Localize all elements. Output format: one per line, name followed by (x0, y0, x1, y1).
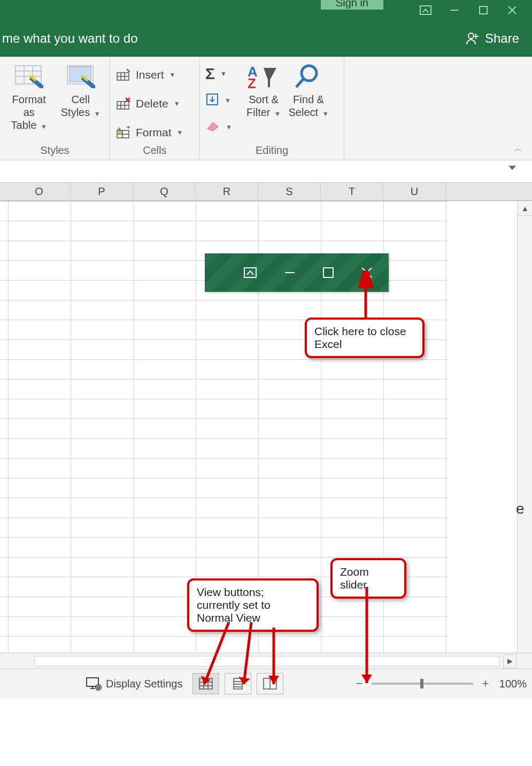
autosum-button[interactable]: Σ▼ (205, 63, 241, 84)
insert-button[interactable]: Insert ▼ (115, 63, 183, 87)
svg-line-33 (296, 79, 304, 87)
sort-filter-icon: A Z (246, 62, 281, 91)
svg-text:Z: Z (248, 75, 256, 89)
find-select-icon (291, 62, 326, 91)
scroll-up-icon[interactable]: ▲ (518, 201, 532, 216)
zoom-slider[interactable] (372, 683, 473, 685)
col-header[interactable]: T (321, 183, 383, 200)
delete-button[interactable]: Delete ▼ (115, 92, 183, 115)
status-bar: Display Settings − + 100% (0, 669, 532, 698)
tellme-placeholder[interactable]: me what you want to do (0, 31, 137, 46)
format-as-table-button[interactable]: Format as Table ▼ (5, 60, 53, 131)
autosum-icon: Σ (205, 65, 215, 83)
delete-cells-icon (115, 96, 132, 111)
col-header[interactable]: O (8, 183, 71, 200)
eraser-icon (205, 120, 220, 135)
svg-rect-44 (234, 678, 242, 689)
vertical-scrollbar[interactable]: ▲ (517, 201, 532, 653)
display-settings-icon (86, 677, 102, 691)
svg-point-5 (468, 33, 474, 38)
fill-down-icon (205, 92, 219, 109)
sort-filter-button[interactable]: A Z Sort & Filter ▼ (243, 60, 284, 119)
horizontal-scrollbar[interactable] (34, 656, 500, 667)
horizontal-scrollbar-row: ▶ (0, 653, 532, 669)
share-label: Share (485, 31, 519, 46)
col-header[interactable]: P (71, 183, 133, 200)
display-settings-button[interactable]: Display Settings (86, 677, 182, 691)
find-select-button[interactable]: Find & Select ▼ (287, 60, 330, 119)
format-button[interactable]: Format ▼ (115, 121, 183, 144)
collapse-ribbon-icon[interactable]: ︿ (514, 143, 522, 154)
zoom-out-button[interactable]: − (354, 677, 364, 691)
share-button[interactable]: Share (466, 31, 519, 46)
svg-point-37 (96, 685, 101, 690)
cell-styles-button[interactable]: Cell Styles ▼ (57, 60, 105, 119)
normal-view-button[interactable] (192, 673, 219, 694)
col-header[interactable]: R (196, 183, 258, 200)
ribbon: Format as Table ▼ Cell Styles ▼ Styles (0, 57, 532, 160)
zoom-percent[interactable]: 100% (495, 678, 527, 690)
group-label-cells: Cells (110, 144, 199, 160)
col-header[interactable]: S (258, 183, 321, 200)
signin-button[interactable]: Sign in (321, 0, 383, 10)
worksheet-grid[interactable]: ▲ (0, 201, 532, 653)
svg-point-32 (302, 66, 317, 81)
svg-rect-0 (420, 6, 431, 14)
col-header[interactable]: U (383, 183, 446, 200)
clear-button[interactable]: ▼ (205, 117, 241, 138)
share-icon (466, 32, 480, 45)
page-layout-view-button[interactable] (225, 673, 251, 694)
group-label-styles: Styles (0, 144, 110, 160)
maximize-icon[interactable] (469, 0, 498, 20)
normal-view-icon (198, 677, 213, 690)
group-label-editing: Editing (200, 144, 344, 160)
page-break-view-button[interactable] (257, 673, 283, 694)
insert-cells-icon (115, 67, 132, 82)
format-cells-icon (115, 125, 132, 140)
scroll-right-icon[interactable]: ▶ (503, 654, 517, 668)
svg-rect-39 (199, 678, 212, 689)
formula-bar[interactable] (0, 160, 532, 183)
svg-rect-28 (118, 131, 122, 134)
page-layout-icon (230, 677, 245, 690)
format-as-table-icon (12, 62, 46, 91)
zoom-in-button[interactable]: + (481, 677, 490, 691)
cropped-text: e (516, 500, 532, 517)
group-styles: Format as Table ▼ Cell Styles ▼ Styles (0, 57, 110, 160)
column-headers: O P Q R S T U (0, 183, 532, 201)
minimize-icon[interactable] (440, 0, 469, 20)
col-header[interactable]: Q (133, 183, 196, 200)
tellme-bar: me what you want to do Share (0, 20, 532, 57)
group-cells: Insert ▼ Delete ▼ (110, 57, 200, 160)
fill-button[interactable]: ▼ (205, 90, 241, 111)
close-icon[interactable] (498, 0, 527, 20)
ribbon-display-options-icon[interactable] (411, 0, 440, 20)
window-titlebar: Sign in (0, 0, 532, 20)
cell-styles-icon (64, 62, 98, 91)
svg-rect-2 (480, 6, 487, 14)
page-break-icon (263, 677, 277, 690)
group-editing: Σ▼ ▼ ▼ A Z (200, 57, 344, 160)
